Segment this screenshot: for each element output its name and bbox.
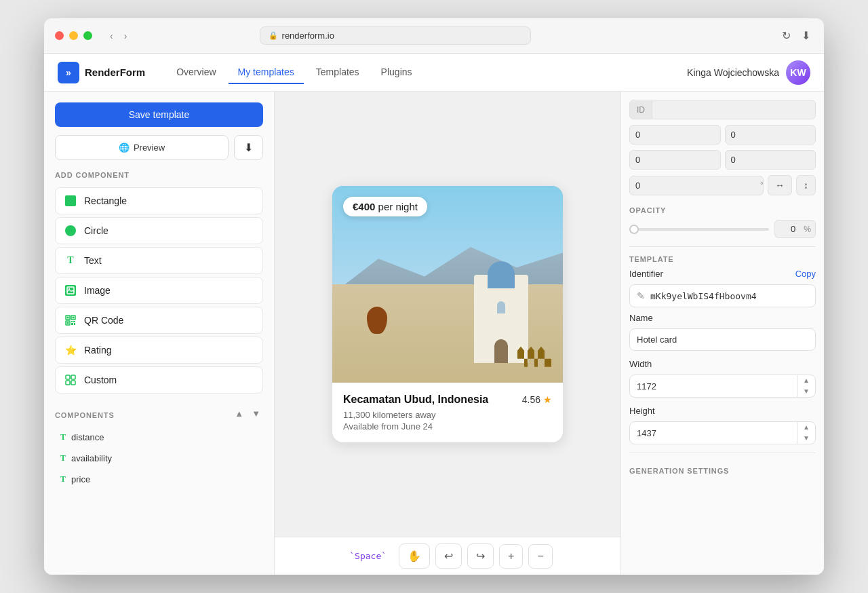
x-input[interactable] <box>630 126 721 144</box>
hand-icon: ✋ <box>408 550 421 562</box>
ground-bg <box>332 284 563 383</box>
qr-icon <box>64 313 77 327</box>
height-field: ▲ ▼ <box>629 421 816 444</box>
identifier-field: ✎ mKk9yelWbIS4fHboovm4 <box>629 284 816 307</box>
id-field: ID <box>629 100 816 119</box>
download-button[interactable]: ⬇ <box>234 135 263 160</box>
template-section-label: TEMPLATE <box>629 255 816 263</box>
close-button[interactable] <box>55 31 64 40</box>
preview-button[interactable]: 🌐 Preview <box>55 135 229 160</box>
name-label: Name <box>629 313 816 323</box>
titlebar-actions: ↻ ⬇ <box>779 26 813 45</box>
user-area: Kinga Wojciechowska KW <box>687 60 810 85</box>
components-section-header: COMPONENTS ▲ ▼ <box>55 407 263 420</box>
download-icon[interactable]: ⬇ <box>799 26 813 45</box>
width-up-button[interactable]: ▲ <box>797 375 815 386</box>
component-custom[interactable]: Custom <box>55 366 263 394</box>
height-arrows: ▲ ▼ <box>797 422 815 444</box>
h-input[interactable] <box>726 151 816 169</box>
maximize-button[interactable] <box>83 31 92 40</box>
user-avatar[interactable]: KW <box>786 60 810 85</box>
component-rectangle[interactable]: Rectangle <box>55 187 263 214</box>
list-item-availability[interactable]: T availability <box>55 449 263 467</box>
distance-label: distance <box>71 432 104 442</box>
rotation-input[interactable] <box>630 176 755 195</box>
hotel-name: Kecamatan Ubud, Indonesia <box>343 394 488 406</box>
text-label: Text <box>84 255 102 266</box>
svg-rect-9 <box>73 321 75 322</box>
redo-button[interactable]: ↪ <box>467 543 494 569</box>
opacity-row: % <box>629 220 816 238</box>
add-component-label: ADD COMPONENT <box>55 171 263 179</box>
height-up-button[interactable]: ▲ <box>797 422 815 433</box>
url-text: renderform.io <box>282 31 334 41</box>
component-circle[interactable]: Circle <box>55 217 263 244</box>
price-type-icon: T <box>60 474 66 484</box>
circle-label: Circle <box>84 225 108 236</box>
height-input[interactable] <box>630 423 797 444</box>
rectangle-icon <box>64 194 77 208</box>
save-template-button[interactable]: Save template <box>55 102 263 127</box>
component-rating[interactable]: ⭐ Rating <box>55 337 263 364</box>
preview-row: 🌐 Preview ⬇ <box>55 135 263 160</box>
h-field: H <box>725 150 816 170</box>
hotel-rating: 4.56 ★ <box>522 394 552 405</box>
hand-tool-button[interactable]: ✋ <box>399 543 430 569</box>
download-icon: ⬇ <box>244 141 253 154</box>
flip-vertical-button[interactable]: ↕ <box>796 175 816 195</box>
tab-plugins[interactable]: Plugins <box>372 61 422 84</box>
right-panel: ID X Y W <box>620 92 824 575</box>
width-down-button[interactable]: ▼ <box>797 386 815 397</box>
name-input[interactable] <box>629 328 816 351</box>
forward-button[interactable]: › <box>120 28 132 44</box>
list-item-distance[interactable]: T distance <box>55 428 263 446</box>
x-field: X <box>629 125 721 145</box>
opacity-percent: % <box>800 221 815 237</box>
preview-icon: 🌐 <box>119 142 130 153</box>
back-button[interactable]: ‹ <box>106 28 117 44</box>
canvas-content[interactable]: €400 per night Kecamatan Ubud, Indonesia… <box>275 92 620 537</box>
hotel-card-image: €400 per night <box>332 186 563 383</box>
lock-icon: 🔒 <box>269 31 278 40</box>
zoom-in-button[interactable]: + <box>499 544 523 569</box>
component-list: Rectangle Circle T Text <box>55 187 263 394</box>
component-text[interactable]: T Text <box>55 247 263 274</box>
width-input[interactable] <box>630 376 797 397</box>
move-up-button[interactable]: ▲ <box>232 407 246 420</box>
move-down-button[interactable]: ▼ <box>249 407 263 420</box>
divider-1 <box>629 246 816 247</box>
opacity-input-group: % <box>774 220 816 238</box>
rotation-suffix: ° <box>755 176 764 194</box>
component-image[interactable]: Image <box>55 277 263 304</box>
main-navigation: Overview My templates Templates Plugins <box>167 61 421 83</box>
opacity-input[interactable] <box>775 221 800 237</box>
refresh-button[interactable]: ↻ <box>779 26 793 45</box>
availability-type-icon: T <box>60 453 66 463</box>
copy-button[interactable]: Copy <box>795 269 816 279</box>
left-sidebar: Save template 🌐 Preview ⬇ ADD COMPONENT … <box>44 92 275 575</box>
minimize-button[interactable] <box>69 31 78 40</box>
tab-templates[interactable]: Templates <box>307 61 369 84</box>
dome <box>488 261 515 288</box>
list-item-price[interactable]: T price <box>55 470 263 489</box>
price-badge: €400 per night <box>343 197 427 216</box>
component-qr-code[interactable]: QR Code <box>55 307 263 334</box>
height-down-button[interactable]: ▼ <box>797 433 815 444</box>
svg-rect-7 <box>67 322 69 324</box>
y-input[interactable] <box>726 126 816 144</box>
address-bar[interactable]: 🔒 renderform.io <box>260 26 531 45</box>
preview-label: Preview <box>134 142 165 153</box>
flip-horizontal-button[interactable]: ↔ <box>768 175 792 195</box>
w-input[interactable] <box>630 151 721 169</box>
id-input[interactable] <box>652 100 815 119</box>
undo-button[interactable]: ↩ <box>435 543 462 569</box>
opacity-slider[interactable] <box>629 228 769 231</box>
tab-overview[interactable]: Overview <box>167 61 225 84</box>
rating-label: Rating <box>84 345 111 356</box>
identifier-icon: ✎ <box>637 290 645 301</box>
tab-my-templates[interactable]: My templates <box>229 61 304 84</box>
hotel-title-row: Kecamatan Ubud, Indonesia 4.56 ★ <box>343 394 552 406</box>
availability-label: availability <box>71 453 112 463</box>
zoom-out-button[interactable]: − <box>528 544 552 569</box>
height-label: Height <box>629 406 816 416</box>
